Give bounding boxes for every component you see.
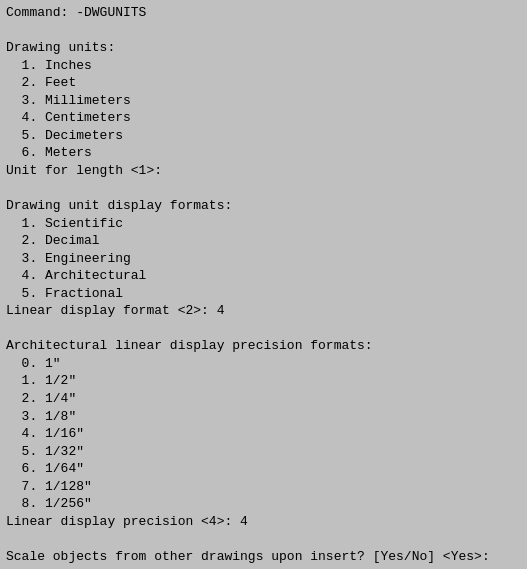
terminal-output: Command: -DWGUNITS Drawing units: 1. Inc… — [6, 4, 521, 569]
terminal-window: Command: -DWGUNITS Drawing units: 1. Inc… — [0, 0, 527, 569]
